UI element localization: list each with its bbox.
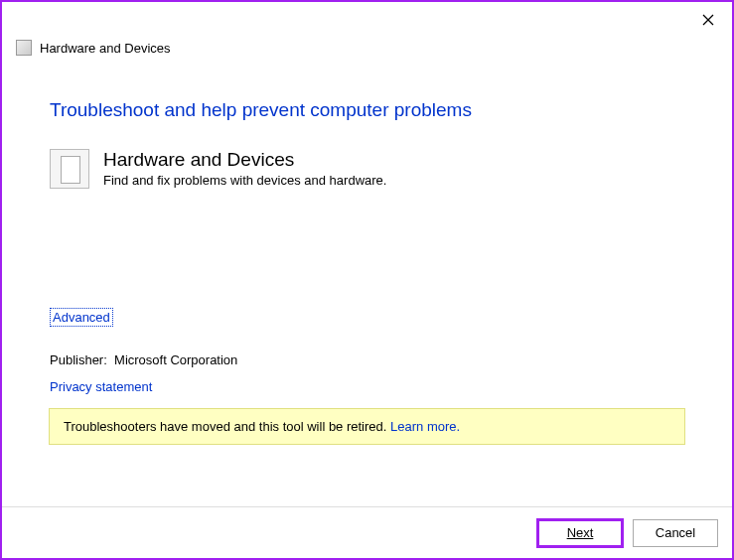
publisher-label: Publisher: [50,352,107,367]
main-content: Troubleshoot and help prevent computer p… [2,56,732,445]
window-icon [16,40,32,56]
window-title: Hardware and Devices [40,41,171,56]
close-icon [702,14,714,26]
advanced-link[interactable]: Advanced [50,308,113,327]
troubleshooter-section: Hardware and Devices Find and fix proble… [50,149,684,189]
publisher-value: Microsoft Corporation [114,352,237,367]
privacy-statement-link[interactable]: Privacy statement [50,379,152,394]
publisher-info: Publisher: Microsoft Corporation [50,352,684,367]
footer-bar: Next Cancel [2,506,732,558]
next-button[interactable]: Next [537,519,623,547]
next-button-rest: ext [576,525,593,540]
notice-text: Troubleshooters have moved and this tool… [64,419,390,434]
section-title: Hardware and Devices [103,149,386,171]
window-title-bar: Hardware and Devices [2,2,732,56]
section-description: Find and fix problems with devices and h… [103,173,386,188]
close-button[interactable] [696,8,720,32]
hardware-icon [50,149,89,189]
page-heading: Troubleshoot and help prevent computer p… [50,99,684,121]
learn-more-link[interactable]: Learn more. [390,419,460,434]
cancel-button[interactable]: Cancel [633,519,718,547]
deprecation-notice: Troubleshooters have moved and this tool… [49,408,685,445]
